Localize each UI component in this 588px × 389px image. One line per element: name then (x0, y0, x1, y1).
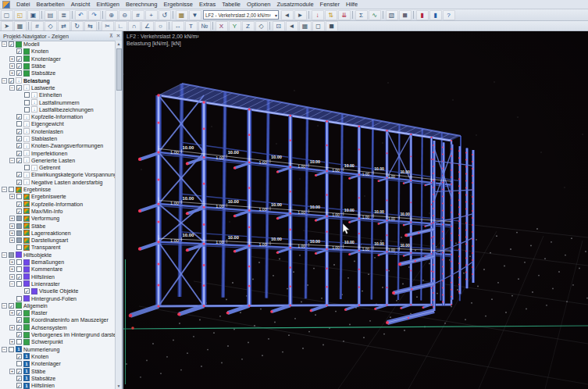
scrollbar-thumb[interactable] (116, 48, 122, 91)
tree-item-schwerpunkt[interactable]: +Schwerpunkt (0, 338, 116, 345)
new-load-icon[interactable]: ⇅ (325, 10, 337, 20)
tree-item-max-min-info[interactable]: ✓Max/Min-Info (0, 208, 116, 215)
flag-red-icon[interactable]: ▮ (416, 10, 429, 20)
checkbox[interactable] (16, 339, 22, 344)
pin-icon[interactable]: ⊼ (108, 33, 115, 39)
tree-expander-icon[interactable]: + (9, 194, 15, 199)
open-file-icon[interactable]: ◱ (14, 10, 27, 20)
checkbox[interactable]: ✓ (16, 85, 22, 91)
numbering-icon[interactable]: № (198, 21, 211, 31)
tree-expander-icon[interactable]: + (9, 369, 15, 374)
checkbox[interactable]: ✓ (16, 151, 22, 156)
isometric-view-icon[interactable]: ◇ (255, 21, 268, 31)
tree-item-ergebniswerte[interactable]: +Ergebniswerte (0, 193, 116, 200)
tree-expander-icon[interactable]: + (9, 259, 15, 265)
rotate-objects-icon[interactable]: ↻ (71, 21, 84, 31)
zoom-all-icon[interactable]: ⊡ (273, 21, 285, 31)
next-loadcase-icon[interactable]: ► (294, 10, 307, 20)
checkbox[interactable] (9, 347, 14, 352)
loadcase-selector[interactable]: LF2 - Verkehrslast 2,00 kN/m²▾ (203, 10, 279, 20)
checkbox[interactable] (24, 107, 30, 112)
checkbox[interactable] (24, 100, 30, 105)
tree-item-stabsätze[interactable]: ✓1Stabsätze (0, 375, 116, 382)
snap-grid-icon[interactable]: # (31, 21, 44, 31)
render-mode-icon[interactable]: ◼ (399, 10, 412, 20)
member-load-icon[interactable]: ⇊ (338, 10, 351, 20)
help-icon[interactable]: ? (443, 10, 455, 20)
work-plane-icon[interactable]: ◇ (45, 21, 57, 31)
tree-item-lastfallnummern[interactable]: ↓Lastfallnummern (0, 98, 116, 105)
menu-item-hilfe[interactable]: Hilfe (343, 0, 361, 9)
pan-view-icon[interactable]: + (145, 10, 158, 20)
checkbox[interactable]: ✓ (16, 136, 22, 141)
checkbox[interactable]: ✓ (16, 114, 22, 120)
tree-item-negative-lasten-andersfarbig[interactable]: ✓↓Negative Lasten andersfarbig (0, 179, 116, 186)
redo-icon[interactable]: ↷ (88, 10, 101, 20)
tree-item-einwirkungskategorie-vorspannung[interactable]: ✓↓Einwirkungskategorie Vorspannung (0, 171, 116, 178)
tree-item-knoten[interactable]: ✓1Knoten (0, 353, 116, 360)
tree-item-transparent[interactable]: Transparent (0, 244, 116, 251)
tree-item-nummerierung[interactable]: −1Nummerierung (0, 345, 116, 352)
tree-item-allgemein[interactable]: −✓Allgemein (0, 302, 116, 309)
tree-item-hintergrund-folien[interactable]: Hintergrund-Folien (0, 294, 116, 302)
menu-item-datei[interactable]: Datei (13, 0, 34, 9)
divide-member-icon[interactable]: ✂ (102, 21, 114, 31)
tree-item-lastwerte[interactable]: −✓↓Lastwerte (0, 84, 116, 91)
menu-item-berechnung[interactable]: Berechnung (123, 0, 160, 9)
tree-item-imperfektionen[interactable]: ✓↓Imperfektionen (0, 149, 116, 156)
tree-expander-icon[interactable]: − (9, 85, 15, 91)
grid-toggle-icon[interactable]: ▦ (299, 21, 312, 31)
scroll-up-icon[interactable]: ▲ (116, 41, 122, 47)
tree-item-hilfsobjekte[interactable]: −Hilfsobjekte (0, 252, 116, 259)
tree-item-hilfslinien[interactable]: ✓1Hilfslinien (0, 382, 116, 389)
tree-item-visuelle-objekte[interactable]: ✓Visuelle Objekte (0, 287, 116, 294)
checkbox[interactable]: ✓ (16, 376, 22, 381)
tree-item-einheiten[interactable]: ↓Einheiten (0, 91, 116, 98)
menu-item-einfügen[interactable]: Einfügen (93, 0, 123, 9)
menu-item-extras[interactable]: Extras (196, 0, 219, 9)
tree-expander-icon[interactable]: + (9, 266, 15, 272)
tree-expander-icon[interactable]: − (9, 281, 15, 287)
tree-item-stablasten[interactable]: ✓↓Stablasten (0, 135, 116, 142)
checkbox[interactable]: ✓ (16, 274, 22, 280)
dimension-icon[interactable]: ↔ (172, 21, 184, 31)
checkbox[interactable] (16, 259, 22, 265)
scroll-down-icon[interactable]: ▼ (116, 383, 122, 389)
checkbox[interactable]: ✓ (16, 202, 22, 207)
checkbox[interactable]: ✓ (16, 56, 22, 62)
tree-item-knotenlager[interactable]: 1Knotenlager (0, 360, 116, 367)
checkbox[interactable]: ✓ (16, 383, 22, 388)
circle-icon[interactable]: ○ (155, 21, 167, 31)
menu-item-ansicht[interactable]: Ansicht (68, 0, 94, 9)
tree-item-stabsätze[interactable]: +✓Stabsätze (0, 70, 116, 77)
checkbox[interactable]: ✓ (9, 41, 14, 47)
tree-item-koordinateninfo-am-mauszeiger[interactable]: ✓Koordinateninfo am Mauszeiger (0, 316, 116, 323)
checkbox[interactable] (16, 281, 22, 287)
tree-expander-icon[interactable]: − (2, 78, 7, 84)
mirror-icon[interactable]: ⇆ (84, 21, 97, 31)
checkbox[interactable] (16, 237, 22, 243)
rotate-view-icon[interactable]: ↺ (159, 10, 171, 20)
menu-item-tabelle[interactable]: Tabelle (219, 0, 244, 9)
checkbox[interactable]: ✓ (24, 288, 30, 294)
select-window-icon[interactable]: ▦ (14, 21, 27, 31)
zoom-out-icon[interactable]: ⊖ (119, 10, 131, 20)
tree-item-darstellungsart[interactable]: +Darstellungsart (0, 237, 116, 244)
tree-item-lagerreaktionen[interactable]: +Lagerreaktionen (0, 230, 116, 237)
show-loads-icon[interactable]: ↓ (312, 10, 324, 20)
tree-expander-icon[interactable]: − (2, 347, 7, 352)
checkbox[interactable] (9, 252, 14, 258)
view-x-icon[interactable]: X (216, 21, 228, 31)
tree-item-verformung[interactable]: +Verformung (0, 215, 116, 222)
close-icon[interactable]: ✕ (115, 33, 122, 39)
checkbox[interactable]: ✓ (16, 369, 22, 374)
new-document-icon[interactable]: ▢ (1, 10, 13, 20)
tree-item-achsensystem[interactable]: +✓Achsensystem (0, 324, 116, 331)
checkbox[interactable]: ✓ (16, 310, 22, 316)
tree-expander-icon[interactable]: + (9, 339, 15, 344)
tree-item-knotenlasten[interactable]: ✓↓Knotenlasten (0, 128, 116, 135)
tree-expander-icon[interactable]: − (2, 303, 7, 309)
checkbox[interactable]: ✓ (16, 48, 22, 54)
tree-item-raster[interactable]: +✓Raster (0, 309, 116, 316)
comment-icon[interactable]: T (185, 21, 198, 31)
